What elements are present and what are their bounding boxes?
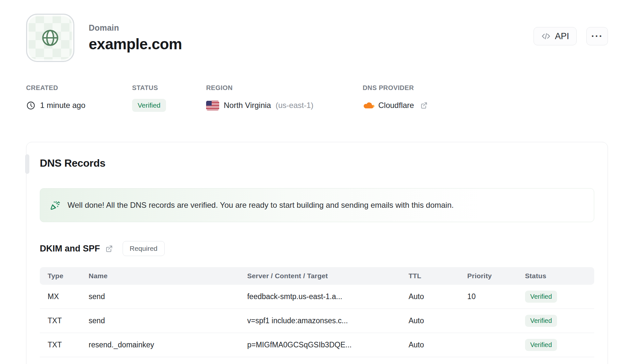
record-priority: [460, 333, 517, 357]
dns-records-table: TypeNameServer / Content / TargetTTLPrio…: [40, 267, 594, 357]
status-label: STATUS: [132, 84, 206, 92]
record-content: v=spf1 include:amazonses.c...: [239, 309, 401, 333]
ellipsis-icon: ···: [591, 31, 603, 42]
clock-icon: [26, 101, 36, 110]
page-title: example.com: [89, 35, 182, 53]
dkim-spf-section-header: DKIM and SPF Required: [40, 241, 594, 256]
header-actions: API ···: [534, 27, 608, 45]
column-header: Priority: [460, 267, 517, 285]
dns-provider-label: DNS PROVIDER: [363, 84, 428, 92]
cloudflare-icon: [363, 101, 374, 110]
success-banner: Well done! All the DNS records are verif…: [40, 188, 594, 222]
record-ttl: Auto: [401, 285, 460, 309]
region-label: REGION: [206, 84, 363, 92]
column-header: Server / Content / Target: [239, 267, 401, 285]
dkim-spf-title: DKIM and SPF: [40, 244, 100, 254]
meta-created: CREATED 1 minute ago: [26, 84, 132, 112]
region-name: North Virginia: [224, 101, 271, 110]
header-text: Domain example.com: [89, 23, 182, 53]
record-name: send: [81, 285, 239, 309]
required-badge: Required: [123, 241, 165, 256]
domain-avatar: [26, 14, 74, 62]
meta-region: REGION North Virginia (us-east-1): [206, 84, 363, 112]
record-status: Verified: [517, 333, 594, 357]
meta-status: STATUS Verified: [132, 84, 206, 112]
api-button[interactable]: API: [534, 27, 577, 45]
external-link-icon[interactable]: [420, 101, 428, 110]
record-type: TXT: [40, 333, 81, 357]
dns-provider-value: Cloudflare: [378, 101, 414, 110]
page-type-label: Domain: [89, 23, 182, 33]
dns-record-row[interactable]: MX send feedback-smtp.us-east-1.a... Aut…: [40, 285, 594, 309]
record-status-badge: Verified: [525, 315, 557, 327]
column-header: TTL: [401, 267, 460, 285]
status-badge: Verified: [132, 99, 166, 112]
record-status: Verified: [517, 285, 594, 309]
record-status: Verified: [517, 309, 594, 333]
record-content: p=MIGfMA0GCSqGSIb3DQE...: [239, 333, 401, 357]
card-notch: [25, 154, 29, 174]
dns-table-header-row: TypeNameServer / Content / TargetTTLPrio…: [40, 267, 594, 285]
record-priority: [460, 309, 517, 333]
api-button-label: API: [555, 31, 569, 41]
code-icon: [541, 31, 551, 41]
dkim-external-link-icon[interactable]: [105, 244, 113, 253]
column-header: Status: [517, 267, 594, 285]
column-header: Name: [81, 267, 239, 285]
record-type: MX: [40, 285, 81, 309]
record-name: resend._domainkey: [81, 333, 239, 357]
record-content: feedback-smtp.us-east-1.a...: [239, 285, 401, 309]
page-header: Domain example.com API ···: [26, 14, 608, 62]
record-name: send: [81, 309, 239, 333]
dns-records-title: DNS Records: [40, 157, 594, 169]
record-priority: 10: [460, 285, 517, 309]
success-banner-text: Well done! All the DNS records are verif…: [68, 201, 454, 210]
party-popper-icon: [50, 200, 61, 211]
record-status-badge: Verified: [525, 291, 557, 303]
created-value: 1 minute ago: [40, 101, 85, 110]
dns-table-body: MX send feedback-smtp.us-east-1.a... Aut…: [40, 285, 594, 357]
record-status-badge: Verified: [525, 339, 557, 351]
column-header: Type: [40, 267, 81, 285]
us-flag-icon: [206, 101, 219, 110]
record-ttl: Auto: [401, 333, 460, 357]
record-ttl: Auto: [401, 309, 460, 333]
globe-icon: [39, 27, 61, 49]
region-code: (us-east-1): [276, 101, 313, 110]
record-type: TXT: [40, 309, 81, 333]
dns-record-row[interactable]: TXT resend._domainkey p=MIGfMA0GCSqGSIb3…: [40, 333, 594, 357]
meta-dns-provider: DNS PROVIDER Cloudflare: [363, 84, 428, 112]
created-label: CREATED: [26, 84, 132, 92]
domain-page: Domain example.com API ··· CREATED: [0, 0, 634, 364]
more-options-button[interactable]: ···: [586, 27, 608, 45]
dns-records-card: DNS Records Well done! All the DNS recor…: [26, 142, 608, 364]
dns-record-row[interactable]: TXT send v=spf1 include:amazonses.c... A…: [40, 309, 594, 333]
domain-meta-row: CREATED 1 minute ago STATUS Verified REG…: [26, 84, 608, 112]
